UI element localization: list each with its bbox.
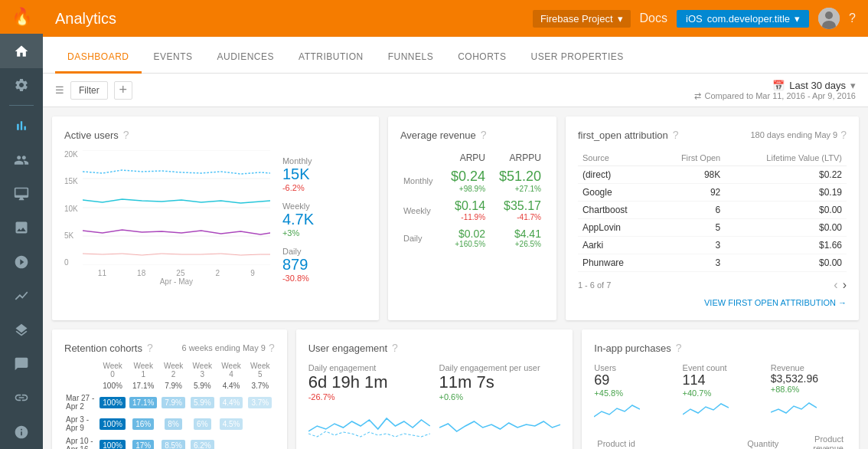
sidebar-item-chart[interactable] xyxy=(0,279,43,313)
inapp-events-stat: Event count 114 +40.7% xyxy=(683,363,759,423)
users-sparkline xyxy=(594,398,640,421)
sidebar-item-analytics[interactable] xyxy=(0,109,43,143)
project-selector[interactable]: Firebase Project ▾ xyxy=(533,10,631,28)
tab-funnels[interactable]: FUNNELS xyxy=(376,42,446,74)
weekly-stat: Weekly 4.7K +3% xyxy=(282,202,367,238)
events-sparkline xyxy=(683,398,729,421)
dashboard: Active users ? 20K 15K 10K 5K 0 xyxy=(43,107,868,449)
tab-events[interactable]: EVENTS xyxy=(142,42,205,74)
filter-left: ☰ Filter + xyxy=(55,81,132,100)
attribution-row: Phunware3$0.00 xyxy=(578,254,847,272)
chart-canvas: 11 18 25 2 9 Apr - May xyxy=(83,150,270,280)
prev-page-icon[interactable]: ‹ xyxy=(834,278,837,292)
date-range: 📅 Last 30 days ▾ ⇄ Compared to Mar 11, 2… xyxy=(694,80,856,101)
add-filter-icon[interactable]: + xyxy=(114,81,132,100)
tab-dashboard[interactable]: DASHBOARD xyxy=(55,42,142,74)
sidebar-divider-1 xyxy=(9,105,34,106)
help-icon-active-users[interactable]: ? xyxy=(123,129,129,141)
sidebar-item-layers[interactable] xyxy=(0,313,43,346)
tab-attribution[interactable]: ATTRIBUTION xyxy=(286,42,376,74)
arpu-monthly: $0.24 xyxy=(445,169,485,185)
cohort-pct1: 17.1% xyxy=(128,380,159,392)
date-range-main: 📅 Last 30 days ▾ xyxy=(772,80,856,91)
attribution-period: 180 days ending May 9 ? xyxy=(750,129,847,141)
chevron-down-icon-date[interactable]: ▾ xyxy=(850,80,856,91)
help-icon-retention-period[interactable]: ? xyxy=(269,342,275,354)
arpu-daily: $0.02 xyxy=(445,228,485,240)
help-icon-engagement[interactable]: ? xyxy=(392,342,398,354)
attribution-card: first_open attribution ? 180 days ending… xyxy=(566,116,859,320)
cohort-row: Apr 3 - Apr 9100%16%8%6%4.5% xyxy=(64,413,275,434)
tab-audiences[interactable]: AUDIENCES xyxy=(205,42,287,74)
next-page-icon[interactable]: › xyxy=(843,278,847,292)
help-icon-inapp[interactable]: ? xyxy=(676,342,682,354)
attribution-row: (direct)98K$0.22 xyxy=(578,166,847,184)
sidebar-item-users[interactable] xyxy=(0,143,43,176)
filter-label: Filter xyxy=(79,85,100,96)
sidebar-item-home[interactable] xyxy=(0,34,43,67)
y-axis-labels: 20K 15K 10K 5K 0 xyxy=(64,150,83,280)
view-attribution-link[interactable]: VIEW FIRST OPEN ATTRIBUTION → xyxy=(704,298,847,307)
inapp-qty-header: Quantity xyxy=(744,432,782,449)
sidebar-item-chat[interactable] xyxy=(0,347,43,381)
app-name: com.developer.title xyxy=(707,13,790,25)
pagination-info: 1 - 6 of 7 xyxy=(578,280,611,290)
attribution-pagination: 1 - 6 of 7 ‹ › xyxy=(578,278,847,292)
inapp-title: In-app purchases ? xyxy=(594,342,681,354)
avg-revenue-header: Average revenue ? xyxy=(400,129,544,141)
date-range-label: Last 30 days xyxy=(789,80,846,91)
revenue-col-empty xyxy=(400,150,442,166)
help-icon-attr-period[interactable]: ? xyxy=(840,129,847,141)
daily-per-user-metric: Daily engagement per user 11m 7s +0.6% xyxy=(439,363,561,443)
sidebar-item-image[interactable] xyxy=(0,211,43,244)
monthly-stat: Monthly 15K -6.2% xyxy=(282,156,367,192)
project-name: Firebase Project xyxy=(540,13,613,25)
engagement-header: User engagement ? xyxy=(308,342,561,354)
help-icon-revenue[interactable]: ? xyxy=(481,129,487,141)
svg-point-1 xyxy=(825,11,833,19)
retention-header: Retention cohorts ? 6 weeks ending May 9… xyxy=(64,342,275,354)
sidebar-item-link[interactable] xyxy=(0,381,43,415)
inapp-table: Product id Quantity Product revenue com.… xyxy=(594,432,847,449)
cohort-pct-empty xyxy=(64,380,97,392)
retention-title: Retention cohorts ? xyxy=(64,342,153,354)
cohort-week1: Week 1 xyxy=(128,360,159,380)
active-users-card: Active users ? 20K 15K 10K 5K 0 xyxy=(52,116,379,320)
filter-right: 📅 Last 30 days ▾ ⇄ Compared to Mar 11, 2… xyxy=(694,80,856,101)
attr-first-open-header: First Open xyxy=(655,150,725,166)
sidebar-item-info[interactable] xyxy=(0,415,43,449)
tab-user-properties[interactable]: USER PROPERTIES xyxy=(518,42,635,74)
calendar-icon: 📅 xyxy=(772,80,785,91)
filter-icon[interactable]: ☰ xyxy=(55,84,64,96)
help-icon-topbar[interactable]: ? xyxy=(849,11,856,25)
cohort-row: Apr 10 - Apr 16100%17%8.5%6.2% xyxy=(64,434,275,449)
arppu-monthly: $51.20 xyxy=(491,169,541,185)
arpu-header: ARPU xyxy=(442,150,488,166)
cohort-table: Week 0 Week 1 Week 2 Week 3 Week 4 Week … xyxy=(64,360,275,449)
daily-stat: Daily 879 -30.8% xyxy=(282,247,367,283)
app-selector[interactable]: iOS com.developer.title ▾ xyxy=(677,10,809,28)
cohort-col-empty xyxy=(64,360,97,380)
help-icon-retention[interactable]: ? xyxy=(147,342,153,354)
attribution-row: Chartboost6$0.00 xyxy=(578,202,847,219)
docs-link[interactable]: Docs xyxy=(640,11,667,25)
inapp-card: In-app purchases ? Users 69 +45.8% Ev xyxy=(582,329,859,449)
attribution-row: AppLovin5$0.00 xyxy=(578,219,847,237)
sidebar-item-monitor[interactable] xyxy=(0,177,43,211)
app-logo[interactable]: 🔥 xyxy=(0,0,43,34)
cohort-row: Mar 27 - Apr 2100%17.1%7.9%5.9%4.4%3.7% xyxy=(64,392,275,413)
users-stats: Monthly 15K -6.2% Weekly 4.7K +3% Daily … xyxy=(282,150,367,283)
help-icon-attribution[interactable]: ? xyxy=(673,129,679,141)
compare-icon: ⇄ xyxy=(694,91,701,101)
tab-cohorts[interactable]: COHORTS xyxy=(445,42,518,74)
avatar[interactable] xyxy=(818,8,840,29)
avg-revenue-card: Average revenue ? ARPU ARPPU M xyxy=(388,116,556,320)
x-axis-labels: 11 18 25 2 9 xyxy=(83,269,270,277)
revenue-daily-row: Daily $0.02 +160.5% $4.41 +26.5% xyxy=(400,224,544,251)
arppu-daily: $4.41 xyxy=(491,228,541,240)
compare-label: Compared to Mar 11, 2016 - Apr 9, 2016 xyxy=(704,91,856,100)
filter-button[interactable]: Filter xyxy=(70,81,108,100)
sidebar-item-settings[interactable] xyxy=(0,68,43,102)
cohort-pct4: 4.4% xyxy=(217,380,246,392)
sidebar-item-target[interactable] xyxy=(0,245,43,279)
